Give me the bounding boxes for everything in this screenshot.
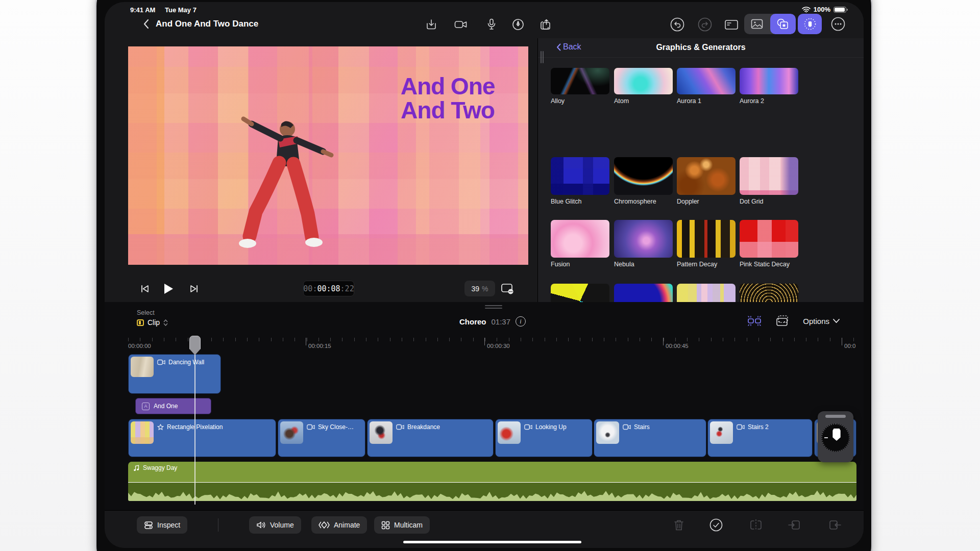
- generator-card[interactable]: Dot Grid: [740, 157, 798, 205]
- clip-name: Breakdance: [407, 423, 440, 431]
- undo-button[interactable]: [668, 15, 687, 34]
- multicam-button[interactable]: Multicam: [374, 516, 430, 534]
- jog-dial[interactable]: [821, 423, 850, 452]
- generator-card[interactable]: Aurora 2: [740, 68, 798, 105]
- voiceover-button[interactable]: [482, 15, 501, 34]
- record-video-button[interactable]: [452, 15, 470, 34]
- storyline-clip[interactable]: Stairs: [594, 419, 706, 457]
- more-button[interactable]: [829, 15, 847, 33]
- title-overlay: And One And Two: [348, 74, 528, 122]
- animate-label: Animate: [334, 521, 360, 529]
- clip-thumbnail: [370, 421, 393, 444]
- star-icon: [157, 424, 164, 431]
- skip-forward-icon: [189, 285, 199, 293]
- select-label: Select: [137, 309, 155, 316]
- clip-name: Stairs: [634, 423, 650, 431]
- volume-button[interactable]: Volume: [249, 516, 301, 534]
- clip-browser-icon[interactable]: [775, 314, 790, 328]
- camera-icon: [396, 424, 404, 430]
- generator-thumbnail: [740, 157, 798, 195]
- import-button[interactable]: [422, 15, 440, 34]
- generator-card[interactable]: Chromosphere: [614, 157, 673, 205]
- draw-button[interactable]: [509, 15, 527, 34]
- storyline-clip[interactable]: Breakdance: [367, 419, 494, 457]
- clip-thumbnail: [131, 357, 154, 377]
- generator-name: Pattern Decay: [677, 261, 736, 268]
- title-overlay-line2: And Two: [348, 98, 528, 122]
- battery-percent: 100%: [814, 6, 830, 13]
- skip-back-button[interactable]: [135, 279, 155, 298]
- magnetic-timeline-icon[interactable]: [747, 314, 762, 328]
- generator-thumbnail: [614, 68, 673, 94]
- options-button[interactable]: Options: [803, 317, 840, 325]
- jog-wheel-panel[interactable]: [818, 411, 853, 462]
- selection-mode-dropdown[interactable]: Clip: [137, 318, 168, 327]
- generator-card[interactable]: Fusion: [551, 220, 609, 268]
- ruler-label: 00:0: [844, 343, 855, 349]
- timeline-ruler[interactable]: [128, 338, 856, 341]
- back-button[interactable]: [138, 16, 154, 32]
- storyline-clip[interactable]: Rectangle Pixelation: [128, 419, 276, 457]
- project-duration: 01:37: [491, 317, 510, 326]
- generator-card[interactable]: Pink Static Decay: [740, 220, 798, 268]
- generator-name: Doppler: [677, 198, 736, 205]
- generator-thumbnail: [551, 68, 609, 94]
- timecode-frames: :22: [340, 284, 354, 293]
- skip-forward-button[interactable]: [184, 279, 204, 298]
- generator-card[interactable]: Blue Glitch: [551, 157, 609, 205]
- project-info: Choreo 01:37 i: [390, 316, 595, 327]
- redo-button[interactable]: [696, 15, 714, 34]
- home-indicator[interactable]: [403, 541, 581, 543]
- storyline-clip[interactable]: Looking Up: [495, 419, 593, 457]
- generator-card[interactable]: Pattern Decay: [677, 220, 736, 268]
- timecode-main: 00:08: [317, 284, 340, 293]
- storyline-clip[interactable]: Sky Close-…: [278, 419, 365, 457]
- ruler-label: 00:00:15: [308, 343, 331, 349]
- audio-waveform[interactable]: [128, 482, 856, 501]
- enable-clip-button[interactable]: [706, 515, 726, 535]
- overwrite-button[interactable]: [785, 515, 804, 535]
- media-browser-tab[interactable]: [744, 14, 770, 34]
- ruler-label: 00:00:45: [666, 343, 689, 349]
- chevron-left-icon: [143, 19, 149, 29]
- photo-icon: [751, 19, 763, 29]
- generator-thumbnail: [677, 157, 736, 195]
- generator-thumbnail: [677, 68, 736, 94]
- viewer-options-button[interactable]: [498, 279, 517, 298]
- delete-button[interactable]: [669, 515, 689, 535]
- inspect-button[interactable]: Inspect: [137, 516, 187, 534]
- zoom-unit: %: [482, 285, 488, 293]
- split-icon: [749, 519, 763, 531]
- storyline-clip[interactable]: Stairs 2: [707, 419, 813, 457]
- generator-thumbnail: [551, 157, 609, 195]
- import-icon: [425, 18, 437, 31]
- play-button[interactable]: [159, 279, 178, 298]
- generator-card[interactable]: Atom: [614, 68, 673, 105]
- generator-card[interactable]: Aurora 1: [677, 68, 736, 105]
- dancer-figure: [225, 112, 348, 260]
- jog-tick: [824, 437, 828, 438]
- camera-icon: [157, 359, 165, 365]
- generator-name: Blue Glitch: [551, 198, 609, 205]
- info-button[interactable]: i: [516, 316, 526, 327]
- video-clip-dancing-wall[interactable]: Dancing Wall: [128, 354, 221, 394]
- audio-clip-swaggy-day[interactable]: Swaggy Day: [128, 462, 856, 482]
- generator-card[interactable]: Alloy: [551, 68, 609, 105]
- generator-card[interactable]: Nebula: [614, 220, 673, 268]
- viewer-zoom-level[interactable]: 39 %: [464, 281, 495, 296]
- animate-button[interactable]: Animate: [311, 516, 367, 534]
- timeline-resize-handle[interactable]: [485, 305, 502, 306]
- split-clip-button[interactable]: [746, 515, 766, 535]
- generator-card[interactable]: Doppler: [677, 157, 736, 205]
- insert-button[interactable]: [825, 515, 845, 535]
- play-icon: [163, 283, 174, 295]
- timeline-header-actions: Options: [747, 314, 840, 328]
- wifi-icon: [802, 7, 811, 13]
- volume-label: Volume: [270, 521, 294, 529]
- effects-browser-tab[interactable]: [770, 14, 796, 34]
- title-clip-and-one[interactable]: A And One: [135, 398, 211, 414]
- timeline-index-button[interactable]: [722, 15, 741, 34]
- jog-drag-handle[interactable]: [825, 415, 846, 418]
- share-button[interactable]: [536, 15, 554, 34]
- jog-wheel-toggle-button[interactable]: [798, 14, 822, 34]
